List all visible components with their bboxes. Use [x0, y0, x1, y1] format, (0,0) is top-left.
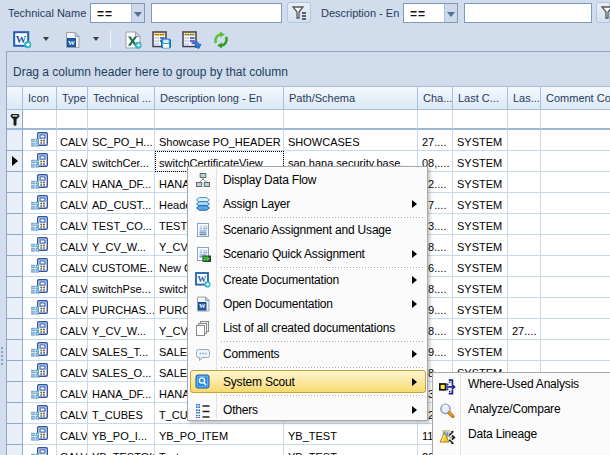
svg-text:W: W — [68, 39, 75, 47]
svg-text:W: W — [199, 302, 206, 309]
